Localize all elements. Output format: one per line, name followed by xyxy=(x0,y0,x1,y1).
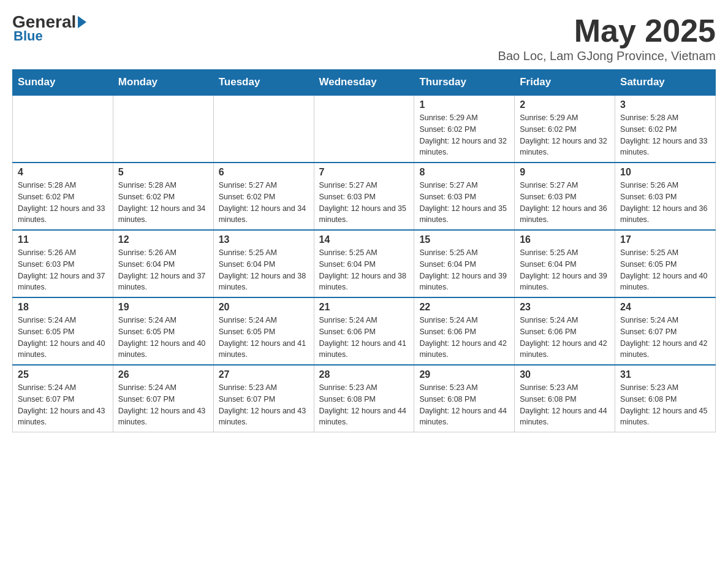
calendar-cell: 29Sunrise: 5:23 AMSunset: 6:08 PMDayligh… xyxy=(414,365,515,432)
logo-blue-label: Blue xyxy=(13,28,43,44)
calendar-cell: 26Sunrise: 5:24 AMSunset: 6:07 PMDayligh… xyxy=(113,365,213,432)
day-info: Sunrise: 5:29 AMSunset: 6:02 PMDaylight:… xyxy=(419,112,509,158)
day-info: Sunrise: 5:23 AMSunset: 6:08 PMDaylight:… xyxy=(319,382,409,428)
calendar-cell: 18Sunrise: 5:24 AMSunset: 6:05 PMDayligh… xyxy=(13,297,113,365)
calendar-cell xyxy=(113,95,213,163)
page-header: General Blue May 2025 Bao Loc, Lam GJong… xyxy=(12,12,716,63)
calendar-week-4: 18Sunrise: 5:24 AMSunset: 6:05 PMDayligh… xyxy=(13,297,716,365)
day-number: 26 xyxy=(118,369,208,380)
logo-arrow-icon xyxy=(78,16,86,28)
day-number: 2 xyxy=(520,99,610,110)
day-number: 19 xyxy=(118,302,208,313)
calendar-cell: 21Sunrise: 5:24 AMSunset: 6:06 PMDayligh… xyxy=(314,297,414,365)
day-info: Sunrise: 5:28 AMSunset: 6:02 PMDaylight:… xyxy=(18,180,108,226)
calendar-cell: 11Sunrise: 5:26 AMSunset: 6:03 PMDayligh… xyxy=(13,230,113,297)
day-info: Sunrise: 5:27 AMSunset: 6:02 PMDaylight:… xyxy=(219,180,309,226)
calendar-cell: 3Sunrise: 5:28 AMSunset: 6:02 PMDaylight… xyxy=(615,95,716,163)
month-title: May 2025 xyxy=(498,12,716,49)
day-number: 12 xyxy=(118,234,208,245)
day-number: 27 xyxy=(219,369,309,380)
day-info: Sunrise: 5:23 AMSunset: 6:08 PMDaylight:… xyxy=(419,382,509,428)
calendar-cell: 5Sunrise: 5:28 AMSunset: 6:02 PMDaylight… xyxy=(113,163,213,230)
day-info: Sunrise: 5:24 AMSunset: 6:07 PMDaylight:… xyxy=(620,315,710,361)
calendar-cell xyxy=(314,95,414,163)
col-friday: Friday xyxy=(515,70,615,96)
day-info: Sunrise: 5:23 AMSunset: 6:07 PMDaylight:… xyxy=(219,382,309,428)
calendar-week-5: 25Sunrise: 5:24 AMSunset: 6:07 PMDayligh… xyxy=(13,365,716,432)
day-number: 20 xyxy=(219,302,309,313)
title-block: May 2025 Bao Loc, Lam GJong Province, Vi… xyxy=(498,12,716,63)
calendar-cell: 2Sunrise: 5:29 AMSunset: 6:02 PMDaylight… xyxy=(515,95,615,163)
day-number: 15 xyxy=(419,234,509,245)
day-info: Sunrise: 5:24 AMSunset: 6:05 PMDaylight:… xyxy=(219,315,309,361)
day-info: Sunrise: 5:24 AMSunset: 6:06 PMDaylight:… xyxy=(319,315,409,361)
calendar-cell: 22Sunrise: 5:24 AMSunset: 6:06 PMDayligh… xyxy=(414,297,515,365)
day-number: 21 xyxy=(319,302,409,313)
day-info: Sunrise: 5:25 AMSunset: 6:04 PMDaylight:… xyxy=(520,247,610,293)
calendar-cell: 6Sunrise: 5:27 AMSunset: 6:02 PMDaylight… xyxy=(213,163,314,230)
day-info: Sunrise: 5:24 AMSunset: 6:05 PMDaylight:… xyxy=(18,315,108,361)
day-number: 24 xyxy=(620,302,710,313)
day-info: Sunrise: 5:25 AMSunset: 6:04 PMDaylight:… xyxy=(419,247,509,293)
day-number: 30 xyxy=(520,369,610,380)
day-info: Sunrise: 5:29 AMSunset: 6:02 PMDaylight:… xyxy=(520,112,610,158)
day-number: 5 xyxy=(118,167,208,178)
day-info: Sunrise: 5:27 AMSunset: 6:03 PMDaylight:… xyxy=(520,180,610,226)
day-info: Sunrise: 5:24 AMSunset: 6:07 PMDaylight:… xyxy=(118,382,208,428)
day-info: Sunrise: 5:23 AMSunset: 6:08 PMDaylight:… xyxy=(620,382,710,428)
day-number: 25 xyxy=(18,369,108,380)
location-title: Bao Loc, Lam GJong Province, Vietnam xyxy=(498,49,716,63)
calendar-week-2: 4Sunrise: 5:28 AMSunset: 6:02 PMDaylight… xyxy=(13,163,716,230)
day-info: Sunrise: 5:25 AMSunset: 6:05 PMDaylight:… xyxy=(620,247,710,293)
calendar-cell: 27Sunrise: 5:23 AMSunset: 6:07 PMDayligh… xyxy=(213,365,314,432)
day-number: 10 xyxy=(620,167,710,178)
day-number: 7 xyxy=(319,167,409,178)
calendar-cell: 9Sunrise: 5:27 AMSunset: 6:03 PMDaylight… xyxy=(515,163,615,230)
day-number: 31 xyxy=(620,369,710,380)
day-number: 4 xyxy=(18,167,108,178)
calendar-cell xyxy=(13,95,113,163)
day-info: Sunrise: 5:23 AMSunset: 6:08 PMDaylight:… xyxy=(520,382,610,428)
logo: General Blue xyxy=(12,12,88,44)
day-info: Sunrise: 5:26 AMSunset: 6:04 PMDaylight:… xyxy=(118,247,208,293)
day-number: 8 xyxy=(419,167,509,178)
col-sunday: Sunday xyxy=(13,70,113,96)
col-wednesday: Wednesday xyxy=(314,70,414,96)
day-info: Sunrise: 5:26 AMSunset: 6:03 PMDaylight:… xyxy=(18,247,108,293)
calendar-cell: 14Sunrise: 5:25 AMSunset: 6:04 PMDayligh… xyxy=(314,230,414,297)
day-number: 1 xyxy=(419,99,509,110)
calendar-cell: 25Sunrise: 5:24 AMSunset: 6:07 PMDayligh… xyxy=(13,365,113,432)
calendar-cell: 16Sunrise: 5:25 AMSunset: 6:04 PMDayligh… xyxy=(515,230,615,297)
col-tuesday: Tuesday xyxy=(213,70,314,96)
day-info: Sunrise: 5:28 AMSunset: 6:02 PMDaylight:… xyxy=(118,180,208,226)
day-info: Sunrise: 5:27 AMSunset: 6:03 PMDaylight:… xyxy=(319,180,409,226)
day-number: 6 xyxy=(219,167,309,178)
day-info: Sunrise: 5:24 AMSunset: 6:05 PMDaylight:… xyxy=(118,315,208,361)
calendar-cell: 28Sunrise: 5:23 AMSunset: 6:08 PMDayligh… xyxy=(314,365,414,432)
day-number: 22 xyxy=(419,302,509,313)
calendar-week-1: 1Sunrise: 5:29 AMSunset: 6:02 PMDaylight… xyxy=(13,95,716,163)
col-thursday: Thursday xyxy=(414,70,515,96)
day-number: 3 xyxy=(620,99,710,110)
calendar-cell: 17Sunrise: 5:25 AMSunset: 6:05 PMDayligh… xyxy=(615,230,716,297)
day-number: 23 xyxy=(520,302,610,313)
calendar-cell: 4Sunrise: 5:28 AMSunset: 6:02 PMDaylight… xyxy=(13,163,113,230)
calendar-cell: 30Sunrise: 5:23 AMSunset: 6:08 PMDayligh… xyxy=(515,365,615,432)
col-monday: Monday xyxy=(113,70,213,96)
calendar-cell xyxy=(213,95,314,163)
calendar-cell: 1Sunrise: 5:29 AMSunset: 6:02 PMDaylight… xyxy=(414,95,515,163)
calendar-cell: 19Sunrise: 5:24 AMSunset: 6:05 PMDayligh… xyxy=(113,297,213,365)
day-info: Sunrise: 5:24 AMSunset: 6:06 PMDaylight:… xyxy=(419,315,509,361)
calendar-cell: 12Sunrise: 5:26 AMSunset: 6:04 PMDayligh… xyxy=(113,230,213,297)
day-info: Sunrise: 5:25 AMSunset: 6:04 PMDaylight:… xyxy=(319,247,409,293)
day-info: Sunrise: 5:24 AMSunset: 6:07 PMDaylight:… xyxy=(18,382,108,428)
calendar-cell: 23Sunrise: 5:24 AMSunset: 6:06 PMDayligh… xyxy=(515,297,615,365)
calendar-week-3: 11Sunrise: 5:26 AMSunset: 6:03 PMDayligh… xyxy=(13,230,716,297)
calendar-cell: 10Sunrise: 5:26 AMSunset: 6:03 PMDayligh… xyxy=(615,163,716,230)
calendar-cell: 15Sunrise: 5:25 AMSunset: 6:04 PMDayligh… xyxy=(414,230,515,297)
day-info: Sunrise: 5:25 AMSunset: 6:04 PMDaylight:… xyxy=(219,247,309,293)
calendar-cell: 7Sunrise: 5:27 AMSunset: 6:03 PMDaylight… xyxy=(314,163,414,230)
calendar-cell: 13Sunrise: 5:25 AMSunset: 6:04 PMDayligh… xyxy=(213,230,314,297)
calendar-cell: 24Sunrise: 5:24 AMSunset: 6:07 PMDayligh… xyxy=(615,297,716,365)
day-number: 14 xyxy=(319,234,409,245)
